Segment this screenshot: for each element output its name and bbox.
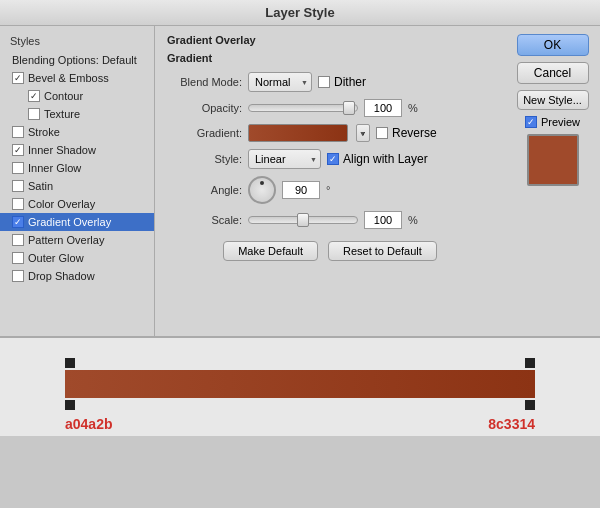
gradient-row: Gradient: ▼ Reverse — [167, 124, 493, 142]
sidebar-item-inner-shadow[interactable]: Inner Shadow — [0, 141, 154, 159]
reverse-checkbox[interactable] — [376, 127, 388, 139]
scale-row: Scale: % — [167, 211, 493, 229]
gradient-overlay-checkbox[interactable] — [12, 216, 24, 228]
inner-glow-label: Inner Glow — [28, 162, 81, 174]
top-handles — [65, 358, 535, 370]
opacity-label: Opacity: — [167, 102, 242, 114]
style-label: Style: — [167, 153, 242, 165]
ok-button[interactable]: OK — [517, 34, 589, 56]
pattern-overlay-label: Pattern Overlay — [28, 234, 104, 246]
reset-to-default-button[interactable]: Reset to Default — [328, 241, 437, 261]
style-select[interactable]: Linear Radial Angle Reflected Diamond — [248, 149, 321, 169]
sidebar-item-drop-shadow[interactable]: Drop Shadow — [0, 267, 154, 285]
scale-label: Scale: — [167, 214, 242, 226]
sidebar-item-inner-glow[interactable]: Inner Glow — [0, 159, 154, 177]
reverse-row: Reverse — [376, 126, 437, 140]
gradient-bar-container: a04a2b 8c3314 — [15, 358, 585, 432]
buttons-row: Make Default Reset to Default — [167, 241, 493, 261]
opacity-input[interactable] — [364, 99, 402, 117]
color-overlay-label: Color Overlay — [28, 198, 95, 210]
gradient-arrow-btn[interactable]: ▼ — [356, 124, 370, 142]
sidebar-item-contour[interactable]: Contour — [0, 87, 154, 105]
reverse-label: Reverse — [392, 126, 437, 140]
sidebar-item-blending-options[interactable]: Blending Options: Default — [0, 51, 154, 69]
angle-row: Angle: ° — [167, 176, 493, 204]
sub-section-title: Gradient — [167, 52, 493, 64]
outer-glow-label: Outer Glow — [28, 252, 84, 264]
angle-label: Angle: — [167, 184, 242, 196]
contour-label: Contour — [44, 90, 83, 102]
styles-header: Styles — [0, 31, 154, 51]
sidebar-item-bevel-emboss[interactable]: Bevel & Emboss — [0, 69, 154, 87]
sidebar-item-satin[interactable]: Satin — [0, 177, 154, 195]
angle-unit: ° — [326, 184, 330, 196]
bevel-emboss-checkbox[interactable] — [12, 72, 24, 84]
style-select-wrapper[interactable]: Linear Radial Angle Reflected Diamond — [248, 149, 321, 169]
opacity-unit: % — [408, 102, 418, 114]
sidebar-item-outer-glow[interactable]: Outer Glow — [0, 249, 154, 267]
blend-mode-select[interactable]: Normal Multiply Screen Overlay — [248, 72, 312, 92]
dither-checkbox[interactable] — [318, 76, 330, 88]
left-panel: Styles Blending Options: Default Bevel &… — [0, 26, 155, 336]
gradient-dropdown-wrapper[interactable]: ▼ — [356, 124, 370, 142]
preview-row: Preview — [525, 116, 580, 128]
satin-checkbox[interactable] — [12, 180, 24, 192]
dither-label: Dither — [334, 75, 366, 89]
gradient-bar-section: a04a2b 8c3314 — [0, 336, 600, 436]
new-style-button[interactable]: New Style... — [517, 90, 589, 110]
align-with-layer-row: Align with Layer — [327, 152, 428, 166]
color-overlay-checkbox[interactable] — [12, 198, 24, 210]
sidebar-item-color-overlay[interactable]: Color Overlay — [0, 195, 154, 213]
texture-checkbox[interactable] — [28, 108, 40, 120]
gradient-label: Gradient: — [167, 127, 242, 139]
drop-shadow-checkbox[interactable] — [12, 270, 24, 282]
drop-shadow-label: Drop Shadow — [28, 270, 95, 282]
opacity-slider-track[interactable] — [248, 104, 358, 112]
title-bar: Layer Style — [0, 0, 600, 26]
cancel-button[interactable]: Cancel — [517, 62, 589, 84]
satin-label: Satin — [28, 180, 53, 192]
inner-glow-checkbox[interactable] — [12, 162, 24, 174]
opacity-slider-thumb[interactable] — [343, 101, 355, 115]
color-label-right: 8c3314 — [488, 416, 535, 432]
texture-label: Texture — [44, 108, 80, 120]
stroke-label: Stroke — [28, 126, 60, 138]
contour-checkbox[interactable] — [28, 90, 40, 102]
align-with-layer-label: Align with Layer — [343, 152, 428, 166]
style-row: Style: Linear Radial Angle Reflected Dia… — [167, 149, 493, 169]
sidebar-item-gradient-overlay[interactable]: Gradient Overlay — [0, 213, 154, 231]
gradient-bar[interactable] — [65, 370, 535, 398]
pattern-overlay-checkbox[interactable] — [12, 234, 24, 246]
bottom-right-handle[interactable] — [525, 400, 535, 410]
dialog-title: Layer Style — [265, 5, 334, 20]
preview-checkbox[interactable] — [525, 116, 537, 128]
outer-glow-checkbox[interactable] — [12, 252, 24, 264]
blend-mode-select-wrapper[interactable]: Normal Multiply Screen Overlay — [248, 72, 312, 92]
top-left-handle[interactable] — [65, 358, 75, 368]
dial-indicator — [260, 181, 264, 185]
scale-input[interactable] — [364, 211, 402, 229]
sidebar-item-pattern-overlay[interactable]: Pattern Overlay — [0, 231, 154, 249]
inner-shadow-checkbox[interactable] — [12, 144, 24, 156]
scale-slider-track[interactable] — [248, 216, 358, 224]
scale-slider-thumb[interactable] — [297, 213, 309, 227]
scale-unit: % — [408, 214, 418, 226]
bevel-emboss-label: Bevel & Emboss — [28, 72, 109, 84]
dither-row: Dither — [318, 75, 366, 89]
gradient-arrow-icon: ▼ — [360, 130, 367, 137]
sidebar-item-texture[interactable]: Texture — [0, 105, 154, 123]
align-with-layer-checkbox[interactable] — [327, 153, 339, 165]
bottom-left-handle[interactable] — [65, 400, 75, 410]
angle-input[interactable] — [282, 181, 320, 199]
top-right-handle[interactable] — [525, 358, 535, 368]
gradient-swatch[interactable] — [248, 124, 348, 142]
angle-dial[interactable] — [248, 176, 276, 204]
sidebar-item-stroke[interactable]: Stroke — [0, 123, 154, 141]
bottom-handles — [65, 400, 535, 410]
right-panel: OK Cancel New Style... Preview — [505, 26, 600, 336]
preview-swatch — [527, 134, 579, 186]
make-default-button[interactable]: Make Default — [223, 241, 318, 261]
stroke-checkbox[interactable] — [12, 126, 24, 138]
color-label-left: a04a2b — [65, 416, 112, 432]
section-title: Gradient Overlay — [167, 34, 493, 46]
